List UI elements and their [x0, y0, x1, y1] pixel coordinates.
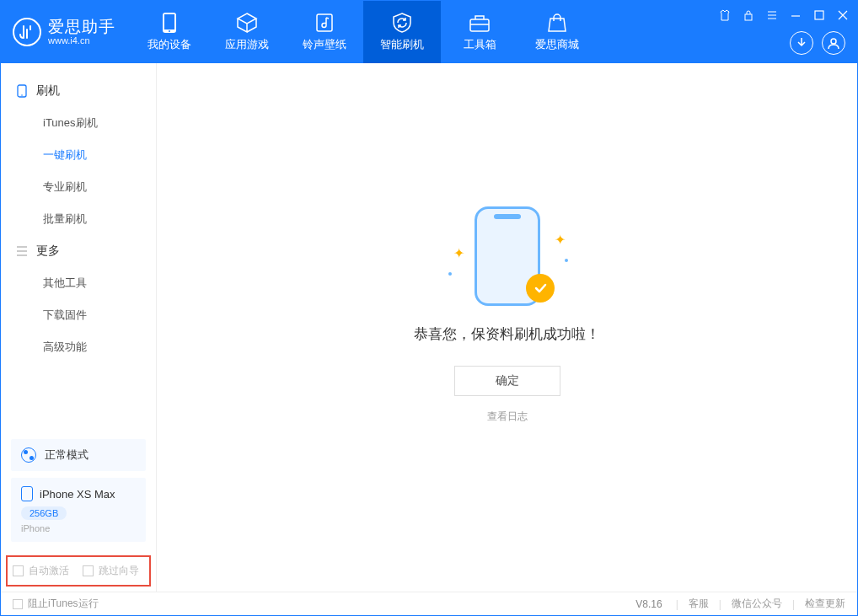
- checkbox-label: 阻止iTunes运行: [28, 597, 99, 611]
- title-bar: 爱思助手 www.i4.cn 我的设备 应用游戏 铃声壁纸 智能刷机 工具箱 爱…: [1, 1, 857, 63]
- svg-rect-1: [164, 14, 174, 29]
- download-button[interactable]: [790, 31, 813, 55]
- device-capacity: 256GB: [21, 506, 67, 520]
- device-phone-icon: [21, 486, 33, 501]
- tab-label: 工具箱: [464, 37, 496, 52]
- maximize-button[interactable]: [810, 6, 829, 24]
- sidebar-item-batch-flash[interactable]: 批量刷机: [1, 203, 156, 235]
- group-title: 更多: [36, 244, 60, 259]
- success-message: 恭喜您，保资料刷机成功啦！: [414, 324, 600, 344]
- app-url: www.i4.cn: [48, 35, 115, 46]
- sparkle-icon: ✦: [453, 245, 460, 252]
- tab-label: 应用游戏: [225, 37, 269, 52]
- app-name: 爱思助手: [48, 19, 115, 36]
- check-update-link[interactable]: 检查更新: [805, 597, 845, 611]
- music-note-icon: [314, 12, 335, 34]
- highlighted-options-box: 自动激活 跳过向导: [6, 555, 151, 587]
- group-title: 刷机: [36, 83, 60, 99]
- mode-icon: [21, 447, 36, 463]
- sidebar-item-advanced[interactable]: 高级功能: [1, 331, 156, 363]
- sidebar-item-itunes-flash[interactable]: iTunes刷机: [1, 107, 156, 139]
- checkbox-auto-activate[interactable]: 自动激活: [13, 564, 69, 578]
- sparkle-icon: ✦: [555, 232, 561, 238]
- mode-card[interactable]: 正常模式: [11, 439, 146, 471]
- ok-button[interactable]: 确定: [454, 366, 560, 396]
- tab-store[interactable]: 爱思商城: [518, 1, 596, 63]
- checkbox-icon: [13, 599, 23, 609]
- checkbox-skip-guide[interactable]: 跳过向导: [83, 564, 139, 578]
- svg-point-2: [169, 30, 170, 32]
- checkmark-badge-icon: [526, 274, 555, 303]
- lock-icon[interactable]: [739, 6, 758, 24]
- checkbox-icon: [13, 565, 24, 576]
- body: 刷机 iTunes刷机 一键刷机 专业刷机 批量刷机 更多 其他工具 下载固件 …: [1, 63, 857, 592]
- tab-label: 智能刷机: [380, 37, 424, 52]
- app-logo: 爱思助手 www.i4.cn: [1, 1, 131, 63]
- main-content: ✦ ✦ 恭喜您，保资料刷机成功啦！ 确定 查看日志: [157, 63, 857, 592]
- svg-rect-6: [815, 11, 823, 19]
- checkbox-label: 跳过向导: [99, 564, 139, 578]
- footer: 阻止iTunes运行 V8.16 | 客服 | 微信公众号 | 检查更新: [1, 592, 857, 615]
- tab-ringtone-wallpaper[interactable]: 铃声壁纸: [286, 1, 363, 63]
- tab-toolbox[interactable]: 工具箱: [441, 1, 518, 63]
- tab-label: 铃声壁纸: [303, 37, 346, 52]
- mode-label: 正常模式: [45, 447, 88, 463]
- svg-rect-4: [470, 19, 489, 31]
- device-name: iPhone XS Max: [40, 488, 115, 501]
- hamburger-icon: [16, 245, 28, 257]
- user-button[interactable]: [822, 31, 845, 55]
- tab-label: 爱思商城: [535, 37, 579, 52]
- minimize-button[interactable]: [786, 6, 805, 24]
- tab-smart-flash[interactable]: 智能刷机: [363, 1, 441, 63]
- phone-icon: [158, 12, 180, 34]
- phone-outline-icon: [16, 85, 28, 97]
- sidebar-item-oneclick-flash[interactable]: 一键刷机: [1, 139, 156, 171]
- dot-icon: [565, 259, 568, 262]
- toolbox-icon: [469, 12, 491, 34]
- logo-icon: [13, 18, 41, 46]
- success-illustration: ✦ ✦: [457, 206, 558, 308]
- separator: |: [719, 598, 721, 610]
- close-button[interactable]: [834, 6, 852, 24]
- sidebar-group-more[interactable]: 更多: [1, 235, 156, 267]
- checkbox-block-itunes[interactable]: 阻止iTunes运行: [13, 597, 99, 611]
- refresh-shield-icon: [391, 12, 413, 34]
- menu-list-icon[interactable]: [763, 6, 781, 24]
- view-log-link[interactable]: 查看日志: [487, 410, 528, 424]
- sidebar: 刷机 iTunes刷机 一键刷机 专业刷机 批量刷机 更多 其他工具 下载固件 …: [1, 63, 157, 592]
- svg-rect-5: [745, 14, 752, 20]
- separator: |: [792, 598, 795, 610]
- checkbox-icon: [83, 565, 94, 576]
- separator: |: [676, 598, 678, 610]
- cube-icon: [236, 12, 258, 34]
- tab-label: 我的设备: [147, 37, 191, 52]
- top-tabs: 我的设备 应用游戏 铃声壁纸 智能刷机 工具箱 爱思商城: [131, 1, 596, 63]
- shirt-icon[interactable]: [716, 6, 734, 24]
- tab-my-device[interactable]: 我的设备: [131, 1, 208, 63]
- sidebar-item-pro-flash[interactable]: 专业刷机: [1, 171, 156, 203]
- version-label: V8.16: [635, 598, 662, 610]
- svg-point-9: [21, 94, 23, 96]
- support-link[interactable]: 客服: [689, 597, 709, 611]
- sidebar-item-download-firmware[interactable]: 下载固件: [1, 299, 156, 331]
- device-type: iPhone: [21, 523, 136, 533]
- sidebar-item-other-tools[interactable]: 其他工具: [1, 267, 156, 299]
- checkbox-label: 自动激活: [29, 564, 69, 578]
- sidebar-group-flash[interactable]: 刷机: [1, 75, 156, 107]
- tab-apps-games[interactable]: 应用游戏: [208, 1, 286, 63]
- dot-icon: [448, 272, 452, 276]
- wechat-link[interactable]: 微信公众号: [732, 597, 782, 611]
- shopping-bag-icon: [546, 12, 568, 34]
- svg-point-7: [831, 39, 836, 44]
- device-card[interactable]: iPhone XS Max 256GB iPhone: [11, 478, 146, 542]
